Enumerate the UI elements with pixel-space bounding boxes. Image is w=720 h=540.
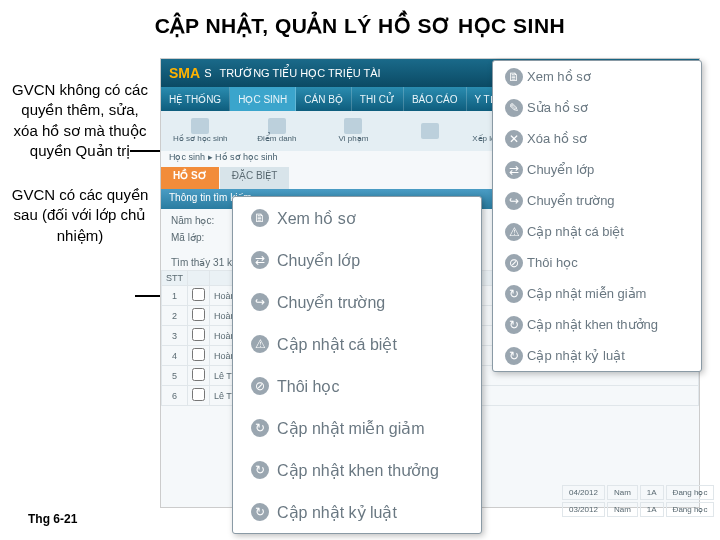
ban-icon: ⊘ (505, 254, 523, 272)
menu-item-ref[interactable]: ↻Cập nhật kỷ luật (233, 491, 481, 533)
note-admin-rights: GVCN không có các quyền thêm, sửa, xóa h… (10, 80, 150, 161)
menu-item-ban[interactable]: ⊘Thôi học (493, 247, 701, 278)
menu-item-ref[interactable]: ↻Cập nhật khen thưởng (493, 309, 701, 340)
doc-icon: 🗎 (251, 209, 269, 227)
doc-icon: 🗎 (505, 68, 523, 86)
warn-icon: ⚠ (251, 335, 269, 353)
nav-he-thong[interactable]: HỆ THỐNG (161, 87, 230, 111)
ref-icon: ↻ (505, 285, 523, 303)
menu-label: Sửa hồ sơ (527, 100, 693, 115)
ref-icon: ↻ (251, 461, 269, 479)
logo: SMAS (169, 65, 211, 81)
nav-bao-cao[interactable]: BÁO CÁO (404, 87, 467, 111)
menu-item-ref[interactable]: ↻Cập nhật miễn giảm (233, 407, 481, 449)
nav-thi-cu[interactable]: THI CỬ (352, 87, 404, 111)
menu-item-warn[interactable]: ⚠Cập nhật cá biệt (493, 216, 701, 247)
menu-label: Thôi học (527, 255, 693, 270)
menu-label: Cập nhật cá biệt (527, 224, 693, 239)
swap-icon: ⇄ (251, 251, 269, 269)
table-detail: 04/2012Nam1AĐang học 03/2012Nam1AĐang họ… (560, 483, 716, 519)
folder-icon (191, 118, 209, 134)
context-menu-gvcn: 🗎Xem hồ sơ⇄Chuyển lớp↪Chuyển trường⚠Cập … (232, 196, 482, 534)
menu-label: Cập nhật cá biệt (277, 335, 471, 354)
nav-can-bo[interactable]: CÁN BỘ (296, 87, 352, 111)
row-checkbox[interactable] (192, 328, 205, 341)
menu-item-pencil[interactable]: ✎Sửa hồ sơ (493, 92, 701, 123)
ref-icon: ↻ (505, 347, 523, 365)
row-checkbox[interactable] (192, 348, 205, 361)
col-check (188, 271, 210, 286)
menu-label: Cập nhật khen thưởng (277, 461, 471, 480)
menu-label: Cập nhật khen thưởng (527, 317, 693, 332)
menu-label: Chuyển trường (527, 193, 693, 208)
pencil-icon: ✎ (505, 99, 523, 117)
menu-label: Xem hồ sơ (527, 69, 693, 84)
ban-icon: ⊘ (251, 377, 269, 395)
menu-item-swap[interactable]: ⇄Chuyển lớp (493, 154, 701, 185)
context-menu-admin: 🗎Xem hồ sơ✎Sửa hồ sơ✕Xóa hồ sơ⇄Chuyển lớ… (492, 60, 702, 372)
tool-ho-so[interactable]: Hồ sơ học sinh (163, 113, 238, 149)
tool-diem-danh[interactable]: Điểm danh (240, 113, 315, 149)
fwd-icon: ↪ (505, 192, 523, 210)
menu-label: Cập nhật kỷ luật (527, 348, 693, 363)
doc-icon (421, 123, 439, 139)
footer-date: Thg 6-21 (28, 512, 77, 526)
warn-icon: ⚠ (505, 223, 523, 241)
menu-label: Chuyển trường (277, 293, 471, 312)
menu-item-fwd[interactable]: ↪Chuyển trường (233, 281, 481, 323)
fwd-icon: ↪ (251, 293, 269, 311)
menu-item-warn[interactable]: ⚠Cập nhật cá biệt (233, 323, 481, 365)
menu-item-x[interactable]: ✕Xóa hồ sơ (493, 123, 701, 154)
menu-item-swap[interactable]: ⇄Chuyển lớp (233, 239, 481, 281)
menu-item-ref[interactable]: ↻Cập nhật khen thưởng (233, 449, 481, 491)
tool-item[interactable] (393, 113, 468, 149)
menu-label: Chuyển lớp (527, 162, 693, 177)
ref-icon: ↻ (251, 419, 269, 437)
nav-hoc-sinh[interactable]: HỌC SINH (230, 87, 296, 111)
menu-item-doc[interactable]: 🗎Xem hồ sơ (233, 197, 481, 239)
page-title: CẬP NHẬT, QUẢN LÝ HỒ SƠ HỌC SINH (0, 0, 720, 48)
menu-item-ban[interactable]: ⊘Thôi học (233, 365, 481, 407)
menu-item-ref[interactable]: ↻Cập nhật kỷ luật (493, 340, 701, 371)
tab-ho-so[interactable]: HỒ SƠ (161, 167, 219, 189)
menu-label: Chuyển lớp (277, 251, 471, 270)
tool-vi-pham[interactable]: Vi phạm (316, 113, 391, 149)
menu-label: Thôi học (277, 377, 471, 396)
menu-item-ref[interactable]: ↻Cập nhật miễn giảm (493, 278, 701, 309)
school-name: TRƯỜNG TIỂU HỌC TRIỆU TÀI (219, 67, 380, 80)
menu-item-doc[interactable]: 🗎Xem hồ sơ (493, 61, 701, 92)
menu-label: Cập nhật kỷ luật (277, 503, 471, 522)
row-checkbox[interactable] (192, 368, 205, 381)
col-stt: STT (162, 271, 188, 286)
menu-item-fwd[interactable]: ↪Chuyển trường (493, 185, 701, 216)
menu-label: Xóa hồ sơ (527, 131, 693, 146)
ref-icon: ↻ (505, 316, 523, 334)
row-checkbox[interactable] (192, 288, 205, 301)
x-icon: ✕ (505, 130, 523, 148)
alert-icon (344, 118, 362, 134)
ref-icon: ↻ (251, 503, 269, 521)
row-checkbox[interactable] (192, 388, 205, 401)
menu-label: Xem hồ sơ (277, 209, 471, 228)
row-checkbox[interactable] (192, 308, 205, 321)
tab-dac-biet[interactable]: ĐẶC BIỆT (220, 167, 290, 189)
check-icon (268, 118, 286, 134)
menu-label: Cập nhật miễn giảm (277, 419, 471, 438)
menu-label: Cập nhật miễn giảm (527, 286, 693, 301)
swap-icon: ⇄ (505, 161, 523, 179)
note-gvcn-rights: GVCN có các quyền sau (đối với lớp chủ n… (10, 185, 150, 246)
